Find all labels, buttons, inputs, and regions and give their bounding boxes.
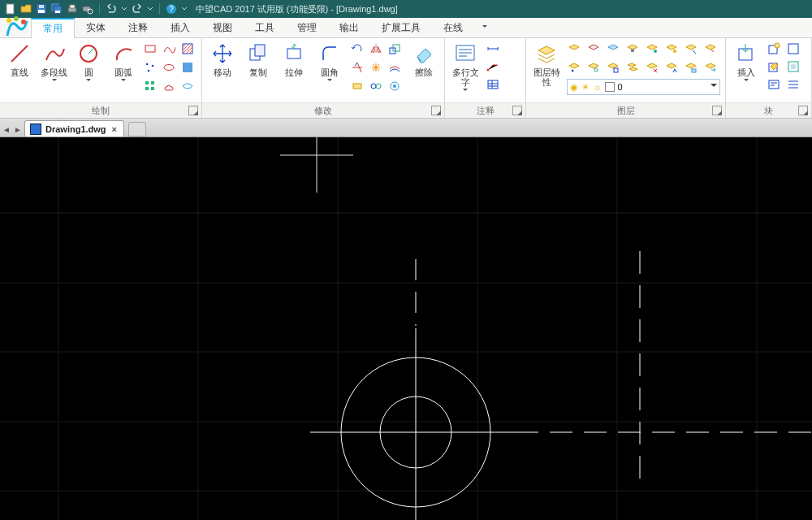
panel-expand-icon[interactable] <box>712 106 722 115</box>
layer-off-icon[interactable] <box>586 41 601 56</box>
offset-icon[interactable] <box>387 60 402 75</box>
insert-block-button[interactable]: 插入 <box>731 41 762 84</box>
table-icon[interactable] <box>486 77 500 92</box>
new-tab-button[interactable] <box>128 122 146 136</box>
panel-expand-icon[interactable] <box>798 106 808 115</box>
layer-on-icon[interactable] <box>645 41 659 56</box>
move-button[interactable]: 移动 <box>207 41 238 77</box>
hatch-icon[interactable] <box>180 41 195 56</box>
chevron-down-icon[interactable] <box>121 3 127 15</box>
ellipse-icon[interactable] <box>162 60 176 75</box>
layer-iso-icon[interactable] <box>567 41 581 56</box>
align-icon[interactable] <box>387 79 402 93</box>
region-icon[interactable] <box>180 79 195 93</box>
tab-solid[interactable]: 实体 <box>75 18 117 37</box>
svg-point-37 <box>376 84 381 89</box>
mirror-icon[interactable] <box>369 41 383 56</box>
redo-icon[interactable] <box>132 3 143 15</box>
tab-insert[interactable]: 插入 <box>159 18 201 37</box>
tab-manage[interactable]: 管理 <box>286 18 328 37</box>
layer-change-icon[interactable] <box>703 60 718 75</box>
tab-ext[interactable]: 扩展工具 <box>370 18 432 37</box>
layer-del-icon[interactable] <box>645 60 659 75</box>
app-menu-button[interactable] <box>0 18 31 37</box>
polyline-button[interactable]: 多段线 <box>40 41 70 84</box>
saveall-icon[interactable] <box>51 3 63 15</box>
tab-tools[interactable]: 工具 <box>244 18 286 37</box>
document-tab[interactable]: Drawing1.dwg × <box>24 120 124 136</box>
battman-icon[interactable] <box>786 77 801 92</box>
tab-scroll-right[interactable]: ► <box>13 122 23 136</box>
tab-common[interactable]: 常用 <box>31 18 75 38</box>
panel-expand-icon[interactable] <box>188 106 198 115</box>
panel-draw: 直线 多段线 圆 圆弧 <box>0 38 202 118</box>
tab-scroll-left[interactable]: ◄ <box>2 122 11 136</box>
tab-online[interactable]: 在线 <box>432 18 474 37</box>
stretch-icon <box>282 41 306 66</box>
leader-icon[interactable] <box>486 59 500 74</box>
layer-merge-icon[interactable] <box>625 60 640 75</box>
tabs-overflow[interactable] <box>474 18 492 37</box>
layer-properties-button[interactable]: 图层特性 <box>531 41 562 87</box>
tab-output[interactable]: 输出 <box>328 18 370 37</box>
points-icon[interactable] <box>143 60 158 75</box>
revcloud-icon[interactable] <box>162 79 176 93</box>
new-icon[interactable] <box>5 3 16 15</box>
line-button[interactable]: 直线 <box>5 41 35 77</box>
svg-point-45 <box>673 50 676 53</box>
layer-prev-icon[interactable] <box>567 60 581 75</box>
polyline-icon <box>42 41 67 66</box>
break-icon[interactable] <box>350 79 365 93</box>
help-icon[interactable]: ? <box>166 3 177 15</box>
drawing-canvas[interactable] <box>0 137 812 520</box>
layer-lock-icon[interactable] <box>625 41 640 56</box>
gradient-icon[interactable] <box>180 60 195 75</box>
svg-rect-29 <box>151 87 154 90</box>
layer-unlock-icon[interactable] <box>684 41 698 56</box>
layer-cur-icon[interactable] <box>664 60 679 75</box>
current-layer-dropdown[interactable]: ◉ ☀ ☼ 0 <box>567 79 720 95</box>
open-icon[interactable] <box>20 3 32 15</box>
array-icon[interactable] <box>143 79 158 93</box>
close-tab-button[interactable]: × <box>110 124 119 134</box>
circle-button[interactable]: 圆 <box>74 41 104 84</box>
tab-annotate[interactable]: 注释 <box>117 18 159 37</box>
layer-state-icon[interactable] <box>606 60 620 75</box>
layer-walk-icon[interactable] <box>586 60 601 75</box>
layer-thaw-icon[interactable] <box>664 41 679 56</box>
explode-icon[interactable] <box>369 60 383 75</box>
bedit-icon[interactable] <box>786 59 801 74</box>
trim-icon[interactable] <box>350 60 365 75</box>
layer-freeze-icon[interactable] <box>606 41 620 56</box>
chevron-down-icon[interactable] <box>147 3 153 15</box>
attribute-icon[interactable] <box>767 77 781 92</box>
layer-copy-icon[interactable] <box>684 60 698 75</box>
modify-tools-grid <box>350 41 404 95</box>
block-tools <box>767 41 781 92</box>
scale-icon[interactable] <box>387 41 402 56</box>
panel-expand-icon[interactable] <box>512 106 522 115</box>
rectangle-icon[interactable] <box>143 41 158 56</box>
create-block-icon[interactable] <box>767 41 781 56</box>
bulb-icon: ◉ <box>570 82 578 93</box>
edit-block-icon[interactable] <box>767 59 781 74</box>
fillet-button[interactable]: 圆角 <box>314 41 345 84</box>
dimension-icon[interactable] <box>486 41 500 56</box>
tab-view[interactable]: 视图 <box>201 18 244 37</box>
stretch-button[interactable]: 拉伸 <box>279 41 309 77</box>
mtext-button[interactable]: 多行文字 <box>450 41 481 93</box>
print-icon[interactable] <box>67 3 78 15</box>
chevron-down-icon[interactable] <box>181 3 188 15</box>
copy-button[interactable]: 复制 <box>243 41 274 77</box>
wblock-icon[interactable] <box>786 41 801 56</box>
print-preview-icon[interactable] <box>82 3 93 15</box>
undo-icon[interactable] <box>106 3 117 15</box>
spline-icon[interactable] <box>162 41 176 56</box>
save-icon[interactable] <box>36 3 47 15</box>
rotate-icon[interactable] <box>350 41 365 56</box>
join-icon[interactable] <box>369 79 383 93</box>
layer-match-icon[interactable] <box>703 41 718 56</box>
arc-button[interactable]: 圆弧 <box>109 41 139 84</box>
panel-expand-icon[interactable] <box>431 106 441 115</box>
erase-button[interactable]: 擦除 <box>408 41 439 77</box>
